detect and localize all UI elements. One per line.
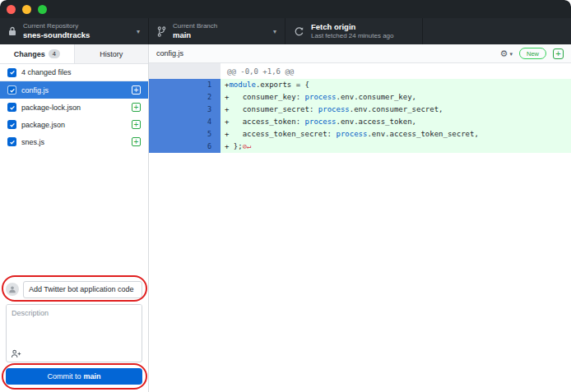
fetch-subtitle: Last fetched 24 minutes ago [311,32,394,40]
diff-options-button[interactable]: ⚙ ▾ [500,49,513,58]
line-code: +module.exports = { [221,79,571,91]
commit-form: Commit to main [0,277,148,392]
tab-changes[interactable]: Changes 4 [0,44,74,63]
line-number[interactable]: 6 [149,141,221,153]
file-name: package.json [21,121,127,129]
file-row-config-js[interactable]: config.js + [0,81,148,99]
repository-name: snes-soundtracks [23,30,90,40]
file-row-package-lock-json[interactable]: package-lock.json + [0,99,148,116]
add-coauthor-icon[interactable] [11,347,21,361]
toolbar: Current Repository snes-soundtracks ▾ Cu… [0,18,571,44]
include-file-checkbox[interactable] [7,85,16,95]
changes-count-badge: 4 [49,49,60,58]
diff-line-5[interactable]: 5 + access_token_secret: process.env.acc… [149,128,571,141]
sidebar-tabs: Changes 4 History [0,44,148,64]
added-file-status-icon: + [132,103,141,112]
repository-label: Current Repository [23,22,90,30]
added-file-status-icon: + [132,120,141,129]
coauthor-row [7,348,142,362]
line-number[interactable]: 5 [149,128,221,141]
include-file-checkbox[interactable] [7,137,16,146]
branch-name: main [173,30,217,40]
diff-line-6[interactable]: 6 + };⊘↵ [149,141,571,153]
chevron-down-icon: ▾ [137,28,140,35]
file-name: package-lock.json [21,104,127,112]
line-code: + consumer_secret: process.env.consumer_… [221,104,571,116]
added-file-status-icon: + [132,137,141,146]
diff-panel: config.js ⚙ ▾ New + @@ -0,0 +1,6 @@ 1 +m… [149,44,571,392]
commit-button[interactable]: Commit to main [6,368,142,385]
line-code: + access_token: process.env.access_token… [221,116,571,128]
diff-line-2[interactable]: 2 + consumer_key: process.env.consumer_k… [149,91,571,104]
file-row-snes-js[interactable]: snes.js + [0,133,148,150]
include-file-checkbox[interactable] [7,103,16,112]
diff-file-title: config.js [156,49,183,58]
file-name: config.js [21,86,127,95]
commit-summary-input[interactable] [23,281,142,298]
toolbar-empty-space [423,18,571,44]
commit-button-branch: main [84,372,101,380]
github-desktop-window: Current Repository snes-soundtracks ▾ Cu… [0,0,571,392]
no-newline-icon: ⊘↵ [243,142,252,150]
git-branch-icon [157,26,166,37]
gear-icon: ⚙ [500,49,508,58]
file-row-package-json[interactable]: package.json + [0,116,148,133]
avatar [6,283,19,296]
changes-sidebar: Changes 4 History 4 changed files config… [0,44,149,392]
line-code: + consumer_key: process.env.consumer_key… [221,91,571,104]
line-number[interactable]: 4 [149,116,221,128]
diff-line-3[interactable]: 3 + consumer_secret: process.env.consume… [149,104,571,116]
file-name: snes.js [21,138,127,146]
new-file-badge: New [519,48,546,59]
commit-summary-row [6,280,142,298]
lock-icon [8,26,16,36]
diff-header: config.js ⚙ ▾ New + [149,44,571,63]
select-all-files-checkbox[interactable] [7,68,16,77]
expand-diff-button[interactable]: + [553,48,564,59]
hunk-header-row: @@ -0,0 +1,6 @@ [149,63,571,79]
file-list-empty-space [0,150,148,277]
minimize-window-button[interactable] [22,5,31,14]
line-code: + };⊘↵ [221,141,571,153]
line-number[interactable]: 1 [149,79,221,91]
window-content: Changes 4 History 4 changed files config… [0,44,571,392]
hunk-gutter [149,63,221,79]
diff-line-1[interactable]: 1 +module.exports = { [149,79,571,91]
commit-description-box [6,304,142,362]
tab-history[interactable]: History [74,44,149,63]
fetch-origin-button[interactable]: Fetch origin Last fetched 24 minutes ago [286,18,423,44]
diff-view: @@ -0,0 +1,6 @@ 1 +module.exports = { 2 … [149,63,571,392]
current-branch-dropdown[interactable]: Current Branch main ▾ [149,18,286,44]
zoom-window-button[interactable] [38,5,47,14]
line-number[interactable]: 3 [149,104,221,116]
changed-files-count-label: 4 changed files [21,68,72,76]
close-window-button[interactable] [7,5,16,14]
fetch-title: Fetch origin [311,22,394,32]
hunk-header-text: @@ -0,0 +1,6 @@ [221,67,294,76]
chevron-down-icon: ▾ [273,28,276,35]
include-file-checkbox[interactable] [7,120,16,129]
changed-files-header: 4 changed files [0,64,148,81]
line-number[interactable]: 2 [149,91,221,104]
current-repository-dropdown[interactable]: Current Repository snes-soundtracks ▾ [0,18,149,44]
tab-history-label: History [100,50,123,58]
added-file-status-icon: + [132,85,141,95]
chevron-down-icon: ▾ [509,51,513,57]
diff-line-4[interactable]: 4 + access_token: process.env.access_tok… [149,116,571,128]
commit-button-prefix: Commit to [47,372,81,380]
sync-icon [294,26,304,37]
tab-changes-label: Changes [14,50,45,58]
commit-description-input[interactable] [7,305,142,348]
branch-label: Current Branch [173,22,217,30]
line-code: + access_token_secret: process.env.acces… [221,128,571,141]
titlebar [0,0,571,18]
